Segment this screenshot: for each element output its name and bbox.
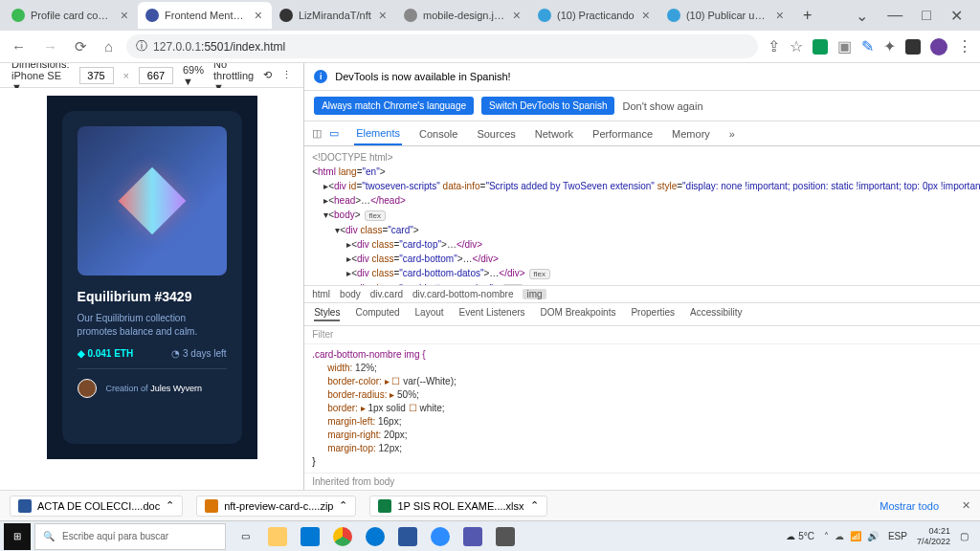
height-input[interactable] bbox=[139, 67, 173, 84]
forward-icon[interactable]: → bbox=[39, 38, 61, 55]
tab-event-listeners[interactable]: Event Listeners bbox=[459, 307, 525, 321]
dom-tree[interactable]: <!DOCTYPE html> <html lang="en"> ▸<div i… bbox=[304, 146, 980, 285]
more-icon[interactable]: ⋮ bbox=[281, 69, 292, 81]
back-icon[interactable]: ← bbox=[8, 38, 30, 55]
teams-icon[interactable] bbox=[457, 523, 488, 550]
onedrive-icon[interactable]: ☁ bbox=[835, 531, 844, 541]
width-input[interactable] bbox=[79, 67, 114, 84]
url-input[interactable]: ⓘ 127.0.0.1:5501/index.html bbox=[126, 34, 758, 58]
show-all-link[interactable]: Mostrar todo bbox=[880, 500, 939, 512]
profile-avatar[interactable] bbox=[930, 38, 947, 55]
excel-icon bbox=[378, 499, 391, 513]
tab-styles[interactable]: Styles bbox=[314, 307, 340, 321]
nft-image[interactable] bbox=[78, 126, 227, 276]
download-item[interactable]: 1P SIS ROL EXAME....xlsx⌃ bbox=[369, 496, 546, 517]
tab-title: mobile-design.jpg bbox=[423, 10, 505, 21]
zoom-select[interactable]: 69% ▼ bbox=[183, 64, 204, 87]
menu-icon[interactable]: ⋮ bbox=[957, 37, 972, 55]
nft-card: Equilibrium #3429 Our Equilibrium collec… bbox=[62, 111, 242, 444]
inspect-icon[interactable]: ◫ bbox=[312, 127, 322, 140]
rotate-icon[interactable]: ⟲ bbox=[263, 69, 272, 81]
puzzle-icon[interactable]: ✦ bbox=[883, 37, 896, 55]
maximize-icon[interactable]: □ bbox=[922, 7, 931, 25]
search-icon: 🔍 bbox=[43, 531, 55, 541]
dom-breadcrumb[interactable]: html body div.card div.card-bottom-nombr… bbox=[304, 285, 980, 303]
close-icon[interactable]: ✕ bbox=[962, 499, 970, 512]
task-view-icon[interactable]: ▭ bbox=[230, 523, 260, 550]
tab-1[interactable]: Frontend Mentor |× bbox=[138, 2, 272, 29]
tab-more[interactable]: » bbox=[727, 121, 737, 145]
chevron-up-icon[interactable]: ˄ bbox=[824, 531, 829, 541]
tab-network[interactable]: Network bbox=[533, 121, 575, 145]
tab-3[interactable]: mobile-design.jpg× bbox=[396, 2, 530, 29]
edge-icon[interactable] bbox=[360, 523, 390, 550]
notifications-icon[interactable]: ▢ bbox=[960, 531, 969, 541]
tab-2[interactable]: LizMirandaT/nft× bbox=[272, 2, 396, 29]
filter-input[interactable]: Filter bbox=[312, 329, 333, 341]
chevron-down-icon[interactable]: ⌄ bbox=[856, 7, 868, 25]
url-host: 127.0.0.1 bbox=[153, 40, 201, 54]
tab-accessibility[interactable]: Accessibility bbox=[690, 307, 742, 321]
camera-icon[interactable]: ▣ bbox=[837, 37, 852, 55]
tab-layout[interactable]: Layout bbox=[415, 307, 444, 321]
match-language-button[interactable]: Always match Chrome's language bbox=[314, 97, 474, 115]
download-item[interactable]: nft-preview-card-c....zip⌃ bbox=[196, 496, 356, 517]
tab-4[interactable]: (10) Practicando× bbox=[530, 2, 659, 29]
tab-elements[interactable]: Elements bbox=[354, 121, 402, 145]
weather-widget[interactable]: ☁ 5°C bbox=[786, 531, 814, 541]
device-frame: Equilibrium #3429 Our Equilibrium collec… bbox=[47, 96, 257, 459]
tab-dom-breakpoints[interactable]: DOM Breakpoints bbox=[541, 307, 616, 321]
vscode-icon[interactable] bbox=[295, 523, 325, 550]
close-window-icon[interactable]: ✕ bbox=[950, 7, 963, 25]
close-icon[interactable]: × bbox=[774, 8, 786, 23]
feather-icon[interactable]: ✎ bbox=[861, 37, 874, 55]
search-placeholder: Escribe aquí para buscar bbox=[62, 531, 168, 541]
nft-days-left: ◔ 3 days left bbox=[171, 348, 226, 359]
clock[interactable]: 04:21 7/4/2022 bbox=[917, 526, 950, 547]
language-indicator[interactable]: ESP bbox=[888, 531, 907, 541]
word-icon[interactable] bbox=[392, 523, 423, 550]
css-rules[interactable]: style.css?_…19072770:81.card-bottom-nomb… bbox=[304, 344, 980, 473]
switch-language-button[interactable]: Switch DevTools to Spanish bbox=[481, 97, 614, 115]
tab-computed[interactable]: Computed bbox=[355, 307, 399, 321]
tab-performance[interactable]: Performance bbox=[590, 121, 655, 145]
tab-memory[interactable]: Memory bbox=[670, 121, 712, 145]
taskbar: ⊞ 🔍 Escribe aquí para buscar ▭ ☁ 5°C ˄ ☁… bbox=[0, 520, 980, 551]
devtools-panel: i DevTools is now available in Spanish! … bbox=[304, 63, 980, 490]
close-icon[interactable]: × bbox=[377, 8, 389, 23]
device-toggle-icon[interactable]: ▭ bbox=[329, 127, 339, 140]
styles-filter-row: Filter :hov .cls + ⧉ bbox=[304, 326, 980, 344]
start-button[interactable]: ⊞ bbox=[4, 523, 31, 550]
close-icon[interactable]: × bbox=[119, 8, 130, 23]
volume-icon[interactable]: 🔊 bbox=[867, 531, 879, 541]
explorer-icon[interactable] bbox=[262, 523, 293, 550]
download-item[interactable]: ACTA DE COLECCI....doc⌃ bbox=[10, 496, 183, 517]
tab-sources[interactable]: Sources bbox=[475, 121, 517, 145]
tab-0[interactable]: Profile card compo× bbox=[4, 2, 138, 29]
app-icon[interactable] bbox=[490, 523, 521, 550]
styles-tabs: Styles Computed Layout Event Listeners D… bbox=[304, 303, 980, 326]
new-tab-button[interactable]: + bbox=[793, 7, 821, 24]
reload-icon[interactable]: ⟳ bbox=[71, 38, 91, 55]
creator-name[interactable]: Jules Wyvern bbox=[150, 384, 202, 393]
extension-icon[interactable] bbox=[813, 39, 828, 55]
zip-icon bbox=[205, 499, 218, 513]
share-icon[interactable]: ⇪ bbox=[768, 37, 780, 55]
star-icon[interactable]: ☆ bbox=[790, 37, 803, 55]
extension-icon[interactable] bbox=[905, 39, 921, 55]
close-icon[interactable]: × bbox=[511, 8, 523, 23]
chrome-icon[interactable] bbox=[327, 523, 358, 550]
nft-description: Our Equilibrium collection promotes bala… bbox=[78, 312, 227, 339]
wifi-icon[interactable]: 📶 bbox=[850, 531, 861, 541]
zoom-icon[interactable] bbox=[425, 523, 456, 550]
search-input[interactable]: 🔍 Escribe aquí para buscar bbox=[34, 523, 226, 550]
dont-show-link[interactable]: Don't show again bbox=[622, 100, 702, 112]
tab-5[interactable]: (10) Publicar una re× bbox=[659, 2, 793, 29]
nft-price: ◆ 0.041 ETH bbox=[78, 348, 134, 359]
tab-console[interactable]: Console bbox=[417, 121, 459, 145]
close-icon[interactable]: × bbox=[253, 8, 264, 23]
tab-properties[interactable]: Properties bbox=[631, 307, 675, 321]
home-icon[interactable]: ⌂ bbox=[100, 38, 117, 55]
close-icon[interactable]: × bbox=[640, 8, 652, 23]
minimize-icon[interactable]: ― bbox=[887, 7, 902, 25]
